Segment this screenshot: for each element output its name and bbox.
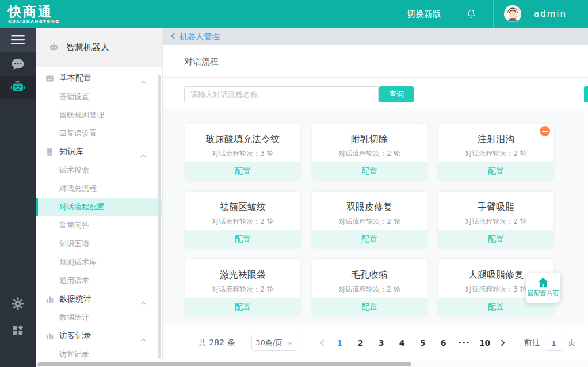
sidebar-item-label: 知识库 (59, 147, 83, 157)
card-configure-button[interactable]: 配置 (438, 230, 553, 248)
search-button[interactable]: 查询 (379, 86, 414, 102)
hamburger-menu-icon[interactable] (0, 28, 36, 52)
toolbar-panel: 对话流程 查询 (163, 45, 588, 109)
search-input[interactable] (184, 86, 379, 102)
card-configure-button[interactable]: 配置 (312, 230, 427, 248)
gear-icon[interactable] (0, 291, 36, 316)
search-row: 查询 (163, 78, 588, 102)
page-button-4[interactable]: 4 (394, 338, 410, 347)
sidebar-item-3[interactable]: 回复语设置 (36, 124, 163, 143)
page-button-3[interactable]: 3 (373, 338, 390, 347)
sidebar-item-5[interactable]: 话术搜索 (36, 161, 163, 179)
page-button-2[interactable]: 2 (353, 338, 369, 347)
card-rounds: 对话流程轮次：2 轮 (312, 217, 427, 227)
sidebar-item-label: 对话总流程 (59, 183, 97, 194)
flow-card: 毛孔收缩对话流程轮次：2 轮配置 (312, 259, 427, 316)
breadcrumb-back[interactable]: 机器人管理 (163, 28, 588, 45)
sidebar-item-9[interactable]: 知识图谱 (36, 235, 163, 253)
avatar[interactable] (504, 5, 521, 22)
chart-icon (45, 332, 54, 341)
collapsed-panel-tab[interactable] (584, 86, 588, 102)
main-scroll-track[interactable] (583, 109, 588, 361)
card-rounds: 对话流程轮次：2 轮 (185, 285, 300, 295)
sidebar-item-label: 数据统计 (59, 294, 91, 304)
card-configure-button[interactable]: 配置 (312, 298, 427, 316)
back-to-config-home-button[interactable]: 回配置首页 (526, 273, 560, 303)
page-list: 123456•••10 (330, 338, 495, 347)
sidebar-item-label: 话术搜索 (59, 165, 89, 175)
prev-page-button[interactable] (315, 339, 330, 346)
sidebar-item-1[interactable]: 基础设置 (36, 87, 163, 106)
header-divider (493, 0, 494, 28)
sidebar-item-13[interactable]: 数据统计 (36, 308, 163, 327)
sidebar: 智慧机器人 基本配置基础设置留联规则管理回复语设置知识库话术搜索对话总流程对话流… (36, 28, 163, 367)
sidebar-menu: 基本配置基础设置留联规则管理回复语设置知识库话术搜索对话总流程对话流程配置常规问… (36, 69, 163, 364)
card-configure-button[interactable]: 配置 (312, 162, 427, 180)
page-button-10[interactable]: 10 (477, 338, 493, 347)
logo[interactable]: 快商通 KUAISHANGTONG (0, 4, 60, 24)
horizontal-scrollbar-thumb[interactable] (37, 362, 411, 366)
switch-version-link[interactable]: 切换新版 (407, 9, 441, 20)
sidebar-item-label: 留联规则管理 (59, 110, 104, 120)
sidebar-item-11[interactable]: 通用话术 (36, 272, 163, 290)
home-icon (537, 277, 549, 288)
page-button-5[interactable]: 5 (415, 338, 431, 347)
sidebar-item-label: 数据统计 (59, 312, 89, 323)
chevron-left-icon (170, 32, 175, 41)
card-title: 祛额区皱纹 (185, 201, 300, 213)
sidebar-title: 智慧机器人 (66, 42, 109, 53)
sidebar-item-label: 回复语设置 (59, 128, 97, 139)
chevron-down-icon (287, 341, 293, 345)
card-configure-button[interactable]: 配置 (185, 298, 300, 316)
goto-label: 前往 (524, 338, 540, 348)
chevron-up-icon (140, 77, 146, 86)
section-title: 对话流程 (163, 45, 588, 78)
sidebar-item-6[interactable]: 对话总流程 (36, 179, 163, 198)
card-configure-button[interactable]: 配置 (185, 230, 300, 248)
sidebar-item-label: 通用话术 (59, 276, 89, 286)
card-rounds: 对话流程轮次：2 轮 (438, 217, 553, 227)
notification-bell-icon[interactable] (465, 7, 477, 20)
sidebar-item-8[interactable]: 常规问答 (36, 216, 163, 235)
card-rounds: 对话流程轮次：2 轮 (312, 285, 427, 295)
flow-card: 注射泪沟对话流程轮次：2 轮配置 (438, 124, 553, 180)
next-page-button[interactable] (495, 339, 510, 346)
chevron-up-icon (140, 334, 146, 343)
robot-icon-active[interactable] (0, 76, 36, 99)
sidebar-scrollbar[interactable] (158, 75, 161, 359)
robot-head-icon (48, 42, 60, 53)
breadcrumb-label: 机器人管理 (180, 32, 220, 42)
apps-grid-icon[interactable] (0, 318, 36, 343)
sidebar-robot-header[interactable]: 智慧机器人 (36, 28, 162, 67)
logo-subtitle: KUAISHANGTONG (8, 20, 60, 24)
card-title: 毛孔收缩 (312, 269, 427, 281)
page-button-6[interactable]: 6 (436, 338, 452, 347)
sidebar-item-active[interactable]: 对话流程配置 (36, 198, 163, 216)
pager-ellipsis[interactable]: ••• (456, 340, 472, 346)
page-size-select[interactable]: 30条/页 (251, 335, 297, 351)
chat-icon[interactable] (0, 53, 36, 76)
sidebar-item-10[interactable]: 规则话术库 (36, 253, 163, 272)
sidebar-item-12[interactable]: 数据统计 (36, 290, 163, 308)
username[interactable]: admin (534, 9, 567, 19)
card-rounds: 对话流程轮次：2 轮 (185, 217, 300, 227)
sidebar-item-label: 访客记录 (59, 349, 89, 360)
horizontal-scrollbar (36, 361, 588, 367)
sidebar-item-0[interactable]: 基本配置 (36, 69, 163, 87)
minus-badge-icon[interactable] (540, 126, 550, 136)
page-button-1[interactable]: 1 (332, 338, 348, 347)
sidebar-item-4[interactable]: 知识库 (36, 143, 163, 161)
sidebar-item-label: 知识图谱 (59, 239, 89, 249)
back-to-config-home-label: 回配置首页 (528, 289, 559, 298)
card-configure-button[interactable]: 配置 (185, 162, 300, 180)
page-size-value: 30条/页 (255, 338, 282, 348)
card-rounds: 对话流程轮次：2 轮 (312, 149, 427, 159)
sidebar-item-14[interactable]: 访客记录 (36, 327, 163, 345)
sidebar-item-label: 基础设置 (59, 91, 89, 102)
flow-card: 激光祛眼袋对话流程轮次：2 轮配置 (185, 259, 300, 316)
card-rounds: 对话流程轮次：2 轮 (438, 149, 553, 159)
goto-page-input[interactable] (545, 335, 563, 351)
sidebar-item-2[interactable]: 留联规则管理 (36, 106, 163, 124)
card-configure-button[interactable]: 配置 (438, 162, 553, 180)
sidebar-item-label: 规则话术库 (59, 257, 97, 267)
